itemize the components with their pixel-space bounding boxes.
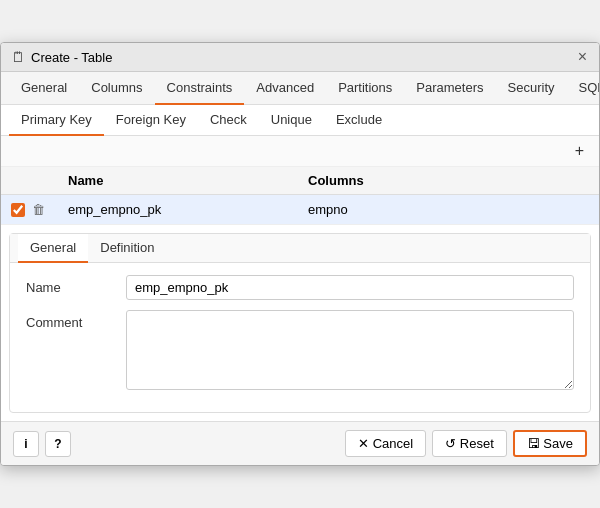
sub-tabs: Primary Key Foreign Key Check Unique Exc…	[1, 105, 599, 136]
main-tabs: General Columns Constraints Advanced Par…	[1, 72, 599, 105]
footer-right: ✕ Cancel ↺ Reset 🖫 Save	[345, 430, 587, 457]
tab-security[interactable]: Security	[496, 72, 567, 105]
content-area: + Name Columns 🗑	[1, 136, 599, 413]
dialog-title: Create - Table	[31, 50, 112, 65]
row-delete-button[interactable]: 🗑	[29, 201, 48, 218]
table-header-name: Name	[58, 167, 298, 195]
tab-partitions[interactable]: Partitions	[326, 72, 404, 105]
table-header-columns: Columns	[298, 167, 599, 195]
footer-left: i ?	[13, 431, 71, 457]
tab-sql[interactable]: SQL	[567, 72, 601, 105]
constraints-table: Name Columns 🗑 emp_empno_pk empno	[1, 167, 599, 225]
form-row-comment: Comment	[26, 310, 574, 390]
detail-tab-definition[interactable]: Definition	[88, 234, 166, 263]
subtab-check[interactable]: Check	[198, 105, 259, 136]
row-name: emp_empno_pk	[58, 195, 298, 225]
comment-textarea[interactable]	[126, 310, 574, 390]
cancel-button[interactable]: ✕ Cancel	[345, 430, 426, 457]
form-row-name: Name	[26, 275, 574, 300]
save-button[interactable]: 🖫 Save	[513, 430, 587, 457]
table-toolbar: +	[1, 136, 599, 167]
detail-tabs: General Definition	[10, 234, 590, 263]
row-checkbox[interactable]	[11, 203, 25, 217]
detail-panel: General Definition Name Comment	[9, 233, 591, 413]
detail-content: Name Comment	[10, 263, 590, 412]
tab-constraints[interactable]: Constraints	[155, 72, 245, 105]
row-columns: empno	[298, 195, 599, 225]
tab-general[interactable]: General	[9, 72, 79, 105]
row-actions-cell: 🗑	[1, 195, 58, 225]
footer: i ? ✕ Cancel ↺ Reset 🖫 Save	[1, 421, 599, 465]
name-input[interactable]	[126, 275, 574, 300]
subtab-unique[interactable]: Unique	[259, 105, 324, 136]
reset-button[interactable]: ↺ Reset	[432, 430, 507, 457]
detail-tab-general[interactable]: General	[18, 234, 88, 263]
table-row: 🗑 emp_empno_pk empno	[1, 195, 599, 225]
comment-label: Comment	[26, 310, 126, 330]
table-icon: 🗒	[11, 49, 25, 65]
tab-advanced[interactable]: Advanced	[244, 72, 326, 105]
tab-parameters[interactable]: Parameters	[404, 72, 495, 105]
subtab-foreign-key[interactable]: Foreign Key	[104, 105, 198, 136]
title-bar: 🗒 Create - Table ×	[1, 43, 599, 72]
info-button[interactable]: i	[13, 431, 39, 457]
subtab-primary-key[interactable]: Primary Key	[9, 105, 104, 136]
add-row-button[interactable]: +	[568, 140, 591, 162]
row-actions: 🗑	[11, 201, 48, 218]
tab-columns[interactable]: Columns	[79, 72, 154, 105]
subtab-exclude[interactable]: Exclude	[324, 105, 394, 136]
help-button[interactable]: ?	[45, 431, 71, 457]
table-header-actions	[1, 167, 58, 195]
close-button[interactable]: ×	[576, 49, 589, 65]
title-bar-content: 🗒 Create - Table	[11, 49, 112, 65]
name-label: Name	[26, 275, 126, 295]
dialog-window: 🗒 Create - Table × General Columns Const…	[0, 42, 600, 466]
